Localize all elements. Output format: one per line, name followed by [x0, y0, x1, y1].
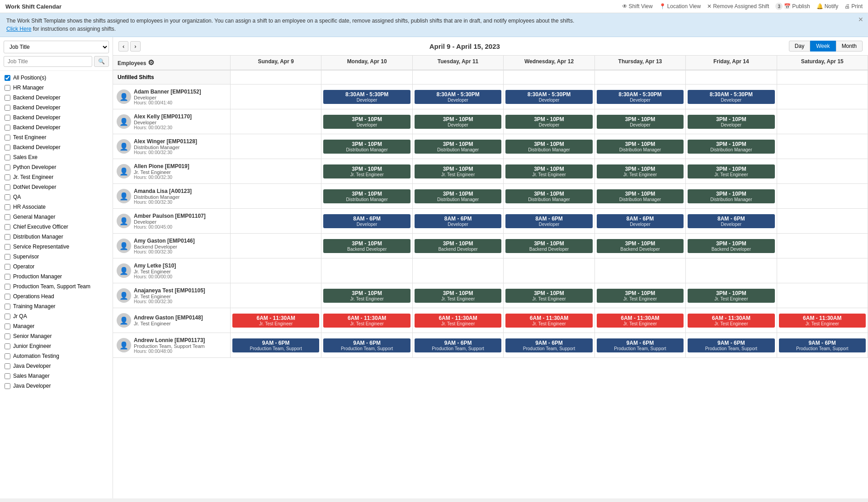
shift-cell[interactable]: 3PM - 10PMDistribution Manager	[686, 184, 777, 208]
sidebar-item[interactable]: Senior Manager	[0, 331, 113, 341]
shift-block[interactable]: 8AM - 6PMDeveloper	[323, 214, 410, 228]
shift-cell[interactable]: 3PM - 10PMDistribution Manager	[413, 134, 504, 159]
shift-cell[interactable]: 6AM - 11:30AMJr. Test Engineer	[504, 308, 594, 333]
shift-cell[interactable]: 3PM - 10PMDistribution Manager	[321, 184, 412, 208]
sidebar-item[interactable]: Production Team, Support Team	[0, 281, 113, 291]
shift-cell[interactable]: 6AM - 11:30AMJr. Test Engineer	[321, 308, 412, 333]
position-checkbox[interactable]	[5, 135, 10, 141]
shift-cell[interactable]: 6AM - 11:30AMJr. Test Engineer	[686, 308, 777, 333]
shift-cell[interactable]: 8:30AM - 5:30PMDeveloper	[595, 84, 686, 109]
location-view-action[interactable]: 📍 Location View	[659, 3, 701, 9]
position-checkbox[interactable]	[5, 304, 10, 310]
shift-block[interactable]: 9AM - 6PMProduction Team, Support	[779, 338, 866, 352]
shift-block[interactable]: 6AM - 11:30AMJr. Test Engineer	[232, 314, 319, 328]
shift-cell[interactable]: 9AM - 6PMProduction Team, Support	[595, 333, 686, 357]
shift-cell[interactable]: 8:30AM - 5:30PMDeveloper	[686, 84, 777, 109]
print-action[interactable]: 🖨 Print	[844, 3, 863, 9]
shift-cell[interactable]: 3PM - 10PMJr. Test Engineer	[504, 159, 594, 183]
position-checkbox[interactable]	[5, 105, 10, 111]
position-checkbox[interactable]	[5, 125, 10, 131]
position-checkbox[interactable]	[5, 115, 10, 121]
shift-block[interactable]: 3PM - 10PMJr. Test Engineer	[688, 289, 774, 303]
shift-block[interactable]: 6AM - 11:30AMJr. Test Engineer	[505, 314, 592, 328]
shift-cell[interactable]: 3PM - 10PMDeveloper	[686, 109, 777, 134]
shift-cell[interactable]: 9AM - 6PMProduction Team, Support	[321, 333, 412, 357]
shift-cell[interactable]: 6AM - 11:30AMJr. Test Engineer	[231, 308, 321, 333]
shift-block[interactable]: 3PM - 10PMJr. Test Engineer	[505, 164, 592, 178]
position-checkbox[interactable]	[5, 363, 10, 369]
shift-cell[interactable]: 8AM - 6PMDeveloper	[595, 209, 686, 233]
shift-block[interactable]: 9AM - 6PMProduction Team, Support	[415, 338, 501, 352]
sidebar-item[interactable]: Java Developer	[0, 361, 113, 371]
sidebar-item[interactable]: Jr. Test Engineer	[0, 172, 113, 182]
shift-block[interactable]: 3PM - 10PMJr. Test Engineer	[323, 164, 410, 178]
sidebar-item[interactable]: DotNet Developer	[0, 182, 113, 192]
shift-cell[interactable]	[686, 258, 777, 283]
shift-cell[interactable]: 6AM - 11:30AMJr. Test Engineer	[777, 308, 868, 333]
position-checkbox[interactable]	[5, 254, 10, 260]
sidebar-item[interactable]: Junior Engineer	[0, 341, 113, 351]
shift-cell[interactable]: 3PM - 10PMDistribution Manager	[595, 184, 686, 208]
position-checkbox[interactable]	[5, 214, 10, 220]
position-checkbox[interactable]	[5, 75, 10, 81]
shift-block[interactable]: 3PM - 10PMDistribution Manager	[688, 140, 774, 154]
shift-block[interactable]: 6AM - 11:30AMJr. Test Engineer	[779, 314, 866, 328]
shift-cell[interactable]: 8AM - 6PMDeveloper	[504, 209, 594, 233]
shift-view-action[interactable]: 👁 Shift View	[622, 3, 653, 9]
shift-block[interactable]: 3PM - 10PMDistribution Manager	[323, 140, 410, 154]
shift-cell[interactable]: 8:30AM - 5:30PMDeveloper	[504, 84, 594, 109]
shift-cell[interactable]: 3PM - 10PMDeveloper	[504, 109, 594, 134]
shift-block[interactable]: 3PM - 10PMDistribution Manager	[505, 140, 592, 154]
position-checkbox[interactable]	[5, 155, 10, 160]
position-checkbox[interactable]	[5, 383, 10, 389]
shift-cell[interactable]	[231, 109, 321, 134]
shift-cell[interactable]	[777, 184, 868, 208]
shift-block[interactable]: 8AM - 6PMDeveloper	[505, 214, 592, 228]
sidebar-item[interactable]: Jr QA	[0, 311, 113, 321]
shift-cell[interactable]: 3PM - 10PMJr. Test Engineer	[595, 283, 686, 308]
shift-block[interactable]: 8:30AM - 5:30PMDeveloper	[415, 90, 501, 104]
position-checkbox[interactable]	[5, 174, 10, 180]
shift-cell[interactable]: 3PM - 10PMJr. Test Engineer	[413, 283, 504, 308]
shift-cell[interactable]	[231, 134, 321, 159]
shift-cell[interactable]	[595, 258, 686, 283]
shift-block[interactable]: 8AM - 6PMDeveloper	[688, 214, 774, 228]
shift-cell[interactable]: 3PM - 10PMDistribution Manager	[321, 134, 412, 159]
shift-cell[interactable]: 3PM - 10PMJr. Test Engineer	[595, 159, 686, 183]
shift-cell[interactable]: 8AM - 6PMDeveloper	[413, 209, 504, 233]
shift-block[interactable]: 6AM - 11:30AMJr. Test Engineer	[597, 314, 684, 328]
shift-block[interactable]: 3PM - 10PMDistribution Manager	[597, 189, 684, 203]
shift-cell[interactable]: 3PM - 10PMDistribution Manager	[413, 184, 504, 208]
shift-cell[interactable]: 3PM - 10PMDeveloper	[321, 109, 412, 134]
position-checkbox[interactable]	[5, 343, 10, 349]
sidebar-item[interactable]: Test Engineer	[0, 132, 113, 142]
shift-block[interactable]: 6AM - 11:30AMJr. Test Engineer	[415, 314, 501, 328]
shift-block[interactable]: 3PM - 10PMBackend Developer	[688, 239, 774, 253]
sidebar-item[interactable]: Backend Developer	[0, 113, 113, 122]
shift-cell[interactable]	[777, 109, 868, 134]
shift-block[interactable]: 8:30AM - 5:30PMDeveloper	[688, 90, 774, 104]
shift-block[interactable]: 3PM - 10PMDistribution Manager	[415, 189, 501, 203]
notify-action[interactable]: 🔔 Notify	[816, 3, 839, 9]
shift-cell[interactable]	[504, 258, 594, 283]
shift-block[interactable]: 3PM - 10PMDeveloper	[688, 115, 774, 129]
shift-block[interactable]: 3PM - 10PMJr. Test Engineer	[597, 164, 684, 178]
shift-block[interactable]: 3PM - 10PMJr. Test Engineer	[505, 289, 592, 303]
shift-block[interactable]: 8AM - 6PMDeveloper	[597, 214, 684, 228]
position-checkbox[interactable]	[5, 164, 10, 170]
position-checkbox[interactable]	[5, 194, 10, 200]
position-checkbox[interactable]	[5, 333, 10, 339]
shift-block[interactable]: 3PM - 10PMDistribution Manager	[688, 189, 774, 203]
shift-block[interactable]: 8AM - 6PMDeveloper	[415, 214, 501, 228]
shift-cell[interactable]: 3PM - 10PMBackend Developer	[321, 234, 412, 258]
search-input[interactable]	[4, 56, 92, 67]
sidebar-item[interactable]: Sales Manager	[0, 371, 113, 381]
shift-cell[interactable]: 6AM - 11:30AMJr. Test Engineer	[413, 308, 504, 333]
sidebar-item[interactable]: Operator	[0, 262, 113, 272]
shift-block[interactable]: 3PM - 10PMJr. Test Engineer	[415, 164, 501, 178]
shift-cell[interactable]: 3PM - 10PMJr. Test Engineer	[686, 159, 777, 183]
shift-block[interactable]: 3PM - 10PMJr. Test Engineer	[597, 289, 684, 303]
close-icon[interactable]: ✕	[858, 16, 863, 23]
sidebar-item[interactable]: Manager	[0, 321, 113, 331]
position-checkbox[interactable]	[5, 145, 10, 150]
